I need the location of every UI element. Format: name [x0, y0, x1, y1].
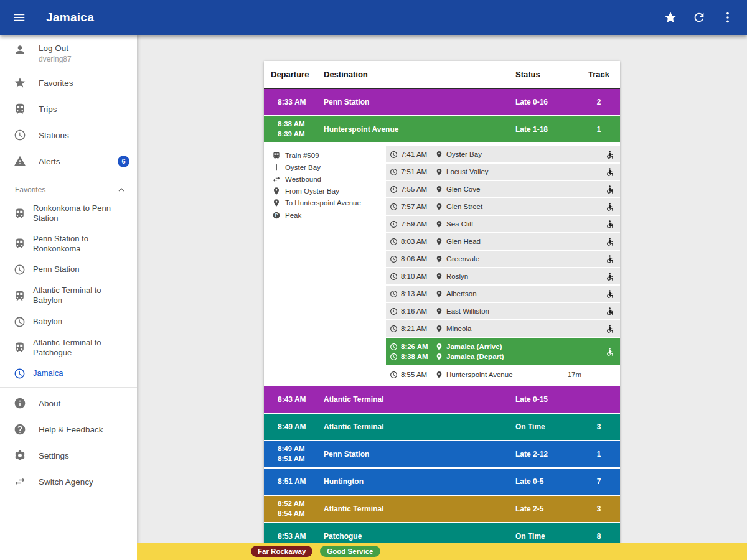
clock-icon [14, 129, 26, 141]
stop-row-east-williston[interactable]: 8:16 AMEast Williston [386, 303, 620, 319]
help-icon [14, 423, 26, 436]
refresh-button[interactable] [691, 9, 707, 26]
departure-time: 8:51 AM [278, 477, 324, 486]
header-status: Status [515, 70, 578, 79]
stop-lines: 7:41 AMOyster Bay [386, 149, 605, 161]
sidebar-item-switch-agency[interactable]: Switch Agency [0, 469, 137, 495]
sidebar-nav: FavoritesTripsStationsAlerts6 [0, 70, 137, 174]
train-icon [14, 103, 26, 115]
stop-line: 8:26 AMJamaica (Arrive) [386, 343, 605, 351]
stop-line: 8:03 AMGlen Head [386, 238, 605, 246]
sidebar-item-about[interactable]: About [0, 390, 137, 416]
schedule-row-8-38-am-hunterspoint-avenue[interactable]: 8:38 AM8:39 AMHunterspoint AvenueLate 1-… [264, 116, 620, 142]
stop-name: East Williston [446, 307, 489, 315]
stop-row-sea-cliff[interactable]: 7:59 AMSea Cliff [386, 216, 620, 232]
username: dvering87 [39, 55, 72, 63]
trip-info-train-509: Train #509 [272, 149, 383, 161]
sidebar-item-jamaica[interactable]: Jamaica [0, 363, 137, 385]
stop-time: 8:10 AM [401, 273, 432, 280]
stop-row-greenvale[interactable]: 8:06 AMGreenvale [386, 251, 620, 267]
pin-icon [272, 187, 281, 195]
line-badge[interactable]: Far Rockaway [251, 546, 312, 558]
sidebar-item-help-feedback[interactable]: Help & Feedback [0, 416, 137, 442]
favorite-button[interactable] [662, 9, 679, 26]
trip-info-westbound: Westbound [272, 173, 383, 185]
sidebar-item-settings[interactable]: Settings [0, 442, 137, 469]
sidebar-item-penn-station-to-ronkonkoma[interactable]: Penn Station to Ronkonkoma [0, 229, 137, 259]
clock-icon [390, 185, 398, 194]
clock-icon [390, 290, 398, 298]
stop-name: Greenvale [446, 255, 479, 263]
overflow-menu-button[interactable] [720, 9, 736, 26]
stop-row-albertson[interactable]: 8:13 AMAlbertson [386, 286, 620, 302]
favorites-section-header[interactable]: Favorites [0, 180, 137, 198]
stop-row-mineola[interactable]: 8:21 AMMineola [386, 320, 620, 337]
sidebar-item-penn-station[interactable]: Penn Station [0, 259, 137, 281]
status: Late 2-12 [515, 450, 578, 459]
stop-line: 8:06 AMGreenvale [386, 255, 605, 263]
status: Late 0-15 [515, 395, 578, 404]
clock-icon [390, 343, 398, 351]
stop-lines: 7:55 AMGlen Cove [386, 184, 605, 195]
departure-time: 8:33 AM [278, 98, 324, 106]
wheelchair-icon [605, 185, 614, 194]
stop-name: Glen Street [446, 203, 482, 210]
sidebar-item-atlantic-terminal-to-patchogue[interactable]: Atlantic Terminal to Patchogue [0, 333, 137, 363]
stop-time: 8:13 AM [401, 290, 432, 297]
header-destination: Destination [324, 70, 515, 79]
clock-icon [390, 325, 398, 333]
menu-button[interactable] [11, 9, 27, 26]
schedule-row-8-49-am-atlantic-terminal[interactable]: 8:49 AMAtlantic TerminalOn Time3 [264, 414, 620, 440]
sidebar-item-atlantic-terminal-to-babylon[interactable]: Atlantic Terminal to Babylon [0, 281, 137, 311]
schedule-row-8-51-am-huntington[interactable]: 8:51 AMHuntingtonLate 0-57 [264, 469, 620, 495]
stop-row-oyster-bay[interactable]: 7:41 AMOyster Bay [386, 146, 620, 162]
pin-icon [435, 255, 443, 263]
stop-row-locust-valley[interactable]: 7:51 AMLocust Valley [386, 164, 620, 180]
sidebar-item-label: About [39, 399, 60, 408]
favorites-section-label: Favorites [15, 185, 45, 194]
stop-row-jamaica-arrive[interactable]: 8:26 AMJamaica (Arrive)8:38 AMJamaica (D… [386, 338, 620, 365]
pin-icon [272, 198, 281, 207]
appbar-actions [662, 9, 736, 26]
pin-icon [435, 371, 443, 379]
clock-icon [390, 255, 398, 263]
hamburger-menu-icon [12, 11, 26, 24]
stop-name: Albertson [446, 290, 477, 297]
stop-row-glen-street[interactable]: 7:57 AMGlen Street [386, 198, 620, 215]
service-status-bar: Far Rockaway Good Service [137, 543, 747, 560]
sidebar-item-favorites[interactable]: Favorites [0, 70, 137, 96]
destination: Huntington [324, 477, 515, 486]
sidebar-item-stations[interactable]: Stations [0, 122, 137, 148]
sidebar-item-alerts[interactable]: Alerts6 [0, 148, 137, 174]
schedule-row-8-33-am-penn-station[interactable]: 8:33 AMPenn StationLate 0-162 [264, 89, 620, 115]
stop-row-roslyn[interactable]: 8:10 AMRoslyn [386, 268, 620, 284]
sidebar-item-ronkonkoma-to-penn-station[interactable]: Ronkonkoma to Penn Station [0, 198, 137, 229]
departure-time: 8:53 AM [278, 532, 324, 541]
clock-icon [390, 273, 398, 281]
stops-list: 7:41 AMOyster Bay7:51 AMLocust Valley7:5… [386, 146, 620, 384]
status: Late 1-18 [515, 125, 578, 134]
departure-time: 8:51 AM [278, 455, 324, 464]
stop-row-glen-cove[interactable]: 7:55 AMGlen Cove [386, 181, 620, 197]
stop-lines: 7:59 AMSea Cliff [386, 218, 605, 230]
trip-info-to-hunterspoint-avenue: To Hunterspoint Avenue [272, 197, 383, 209]
service-status-badge[interactable]: Good Service [320, 546, 380, 558]
status: Late 0-16 [515, 98, 578, 106]
schedule-row-8-43-am-atlantic-terminal[interactable]: 8:43 AMAtlantic TerminalLate 0-15 [264, 386, 620, 413]
stop-row-glen-head[interactable]: 8:03 AMGlen Head [386, 233, 620, 250]
schedule-row-8-49-am-penn-station[interactable]: 8:49 AM8:51 AMPenn StationLate 2-121 [264, 441, 620, 467]
departure-times: 8:43 AM [264, 395, 324, 404]
stop-row-hunterspoint-avenue[interactable]: 8:55 AMHunterspoint Avenue17m [386, 366, 620, 383]
logout-item[interactable]: Log Out dvering87 [0, 35, 137, 70]
destination: Penn Station [324, 98, 515, 106]
stop-line: 8:55 AMHunterspoint Avenue [386, 371, 568, 379]
nav-drawer: Log Out dvering87 FavoritesTripsStations… [0, 35, 137, 560]
trip-info-from-oyster-bay: From Oyster Bay [272, 185, 383, 197]
sidebar-item-babylon[interactable]: Babylon [0, 311, 137, 333]
destination: Atlantic Terminal [324, 505, 515, 513]
stop-name: Glen Cove [446, 185, 480, 193]
trip-info-text: Westbound [285, 175, 321, 183]
sidebar-item-trips[interactable]: Trips [0, 96, 137, 122]
clock-icon [390, 151, 398, 159]
schedule-row-8-52-am-atlantic-terminal[interactable]: 8:52 AM8:54 AMAtlantic TerminalLate 2-53 [264, 496, 620, 522]
